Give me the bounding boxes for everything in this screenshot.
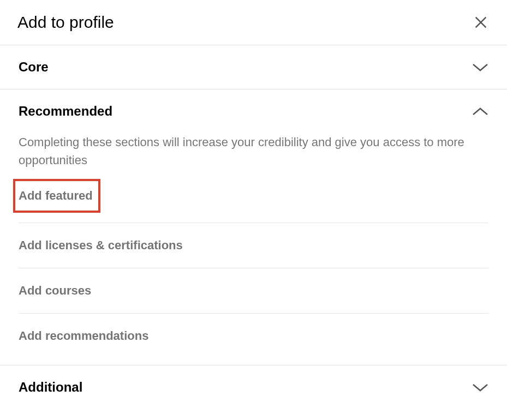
add-featured-link[interactable]: Add featured [19, 189, 93, 203]
list-item: Add featured [19, 182, 488, 223]
section-title-additional: Additional [19, 380, 82, 395]
modal-header: Add to profile [0, 0, 507, 45]
section-title-core: Core [19, 59, 49, 75]
section-core: Core [0, 45, 507, 89]
chevron-down-icon [472, 382, 488, 392]
add-licenses-link[interactable]: Add licenses & certifications [19, 223, 488, 268]
section-title-recommended: Recommended [19, 104, 112, 119]
chevron-up-icon [472, 106, 488, 116]
add-recommendations-link[interactable]: Add recommendations [19, 314, 488, 358]
close-button[interactable] [472, 14, 490, 31]
recommended-items: Add featured Add licenses & certificatio… [0, 182, 507, 365]
section-header-additional[interactable]: Additional [0, 365, 507, 409]
chevron-down-icon [472, 62, 488, 72]
highlight-box: Add featured [13, 179, 100, 213]
section-recommended: Recommended Completing these sections wi… [0, 89, 507, 365]
add-courses-link[interactable]: Add courses [19, 268, 488, 314]
section-description-recommended: Completing these sections will increase … [0, 133, 507, 182]
section-header-core[interactable]: Core [0, 45, 507, 89]
modal-title: Add to profile [17, 13, 114, 32]
close-icon [473, 15, 488, 30]
section-additional: Additional [0, 365, 507, 409]
section-header-recommended[interactable]: Recommended [0, 89, 507, 133]
